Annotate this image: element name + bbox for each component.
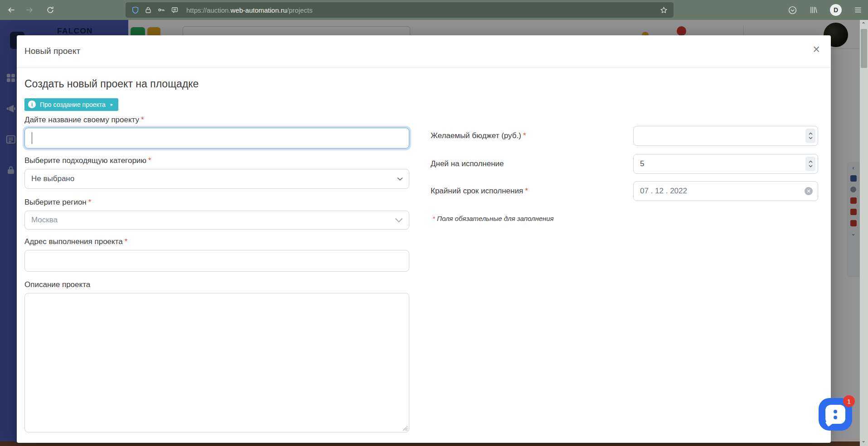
stepper-down-icon[interactable] (809, 165, 813, 168)
reload-icon (46, 5, 55, 14)
days-label: Дней на исполнение (431, 159, 633, 168)
form-right-column: Желаемый бюджет (руб.)* Дней на исполнен… (431, 126, 823, 222)
back-button[interactable] (4, 2, 19, 18)
text-caret (32, 132, 32, 144)
account-button[interactable]: D (830, 4, 842, 16)
url-bar[interactable]: https://auction.web-automation.ru/projec… (126, 2, 674, 18)
budget-stepper[interactable] (805, 129, 815, 143)
info-icon: i (28, 101, 36, 108)
required-asterisk: * (125, 237, 128, 246)
modal-title: Новый проект (24, 46, 823, 56)
description-label: Описание проекта (24, 280, 409, 289)
badge-arrow-icon: ▸ (111, 102, 113, 107)
menu-hamburger-icon[interactable] (853, 5, 863, 14)
description-textarea[interactable] (24, 293, 409, 432)
deadline-label: Крайний срок исполнения* (431, 187, 633, 196)
required-fields-note: * Поля обязательные для заполнения (431, 215, 823, 222)
required-asterisk: * (141, 115, 144, 124)
stepper-up-icon[interactable] (809, 160, 813, 163)
chat-dot (834, 410, 837, 413)
chat-unread-badge: 1 (843, 395, 855, 407)
forward-icon (25, 5, 34, 14)
modal-heading: Создать новый проект на площадке (24, 78, 823, 90)
chat-widget[interactable]: 1 (819, 398, 852, 431)
tracking-shield-icon[interactable] (131, 6, 140, 14)
modal-header: Новый проект × (17, 35, 831, 68)
account-initial: D (834, 6, 838, 14)
scroll-down-icon[interactable]: ⌄ (861, 437, 866, 444)
modal-body: Создать новый проект на площадке i Про с… (17, 68, 831, 432)
chat-dot (834, 416, 837, 419)
library-icon[interactable] (809, 5, 818, 14)
back-icon (7, 5, 16, 14)
scroll-up-icon[interactable]: ⌃ (861, 21, 866, 28)
form-left-column: Дайте название своему проекту* Выберите … (24, 115, 409, 432)
about-project-badge[interactable]: i Про создание проекта ▸ (24, 98, 118, 111)
required-asterisk: * (148, 156, 151, 165)
reload-button[interactable] (43, 2, 58, 18)
reader-notes-icon[interactable] (170, 6, 179, 14)
category-selected-value: Не выбрано (31, 174, 74, 183)
browser-toolbar: https://auction.web-automation.ru/projec… (0, 0, 868, 20)
modal-close-button[interactable]: × (813, 43, 820, 56)
stepper-up-icon[interactable] (809, 132, 813, 135)
region-select[interactable]: Москва (24, 211, 409, 230)
budget-label: Желаемый бюджет (руб.)* (431, 131, 633, 140)
category-select[interactable]: Не выбрано (24, 169, 409, 189)
url-text: https://auction.web-automation.ru/projec… (186, 6, 313, 14)
lock-icon[interactable] (144, 6, 152, 14)
address-input[interactable] (24, 250, 409, 272)
scrollbar-thumb[interactable] (861, 29, 867, 68)
resize-handle-icon[interactable] (402, 425, 408, 431)
project-name-label: Дайте название своему проекту* (24, 115, 409, 125)
new-project-modal: Новый проект × Создать новый проект на п… (17, 35, 831, 443)
chat-bubble-icon (825, 405, 845, 424)
deadline-input[interactable] (633, 181, 818, 201)
forward-button[interactable] (22, 2, 37, 18)
budget-input[interactable] (633, 126, 818, 146)
page-scrollbar[interactable]: ⌃ ⌄ (860, 20, 868, 446)
region-selected-value: Москва (31, 216, 58, 225)
required-asterisk: * (88, 198, 92, 206)
required-asterisk: * (525, 187, 528, 195)
pocket-icon[interactable] (788, 5, 797, 15)
url-prefix: https://auction. (186, 6, 231, 14)
stepper-down-icon[interactable] (809, 137, 813, 139)
url-domain: web-automation.ru (231, 6, 287, 14)
url-path: /projects (287, 6, 313, 14)
bookmark-star-icon[interactable] (659, 6, 668, 14)
days-input[interactable] (633, 154, 818, 174)
region-label: Выберите регион* (24, 198, 409, 207)
about-project-label: Про создание проекта (40, 101, 106, 108)
project-name-input[interactable] (24, 128, 409, 149)
clear-date-button[interactable]: ✕ (805, 187, 813, 195)
chevron-down-icon (397, 177, 403, 181)
chevron-down-icon (395, 218, 403, 223)
required-asterisk: * (523, 131, 526, 140)
address-label: Адрес выполнения проекта* (24, 237, 409, 246)
key-icon[interactable] (157, 6, 166, 14)
category-label: Выберите подходящую категорию* (24, 156, 409, 165)
days-stepper[interactable] (805, 157, 815, 171)
